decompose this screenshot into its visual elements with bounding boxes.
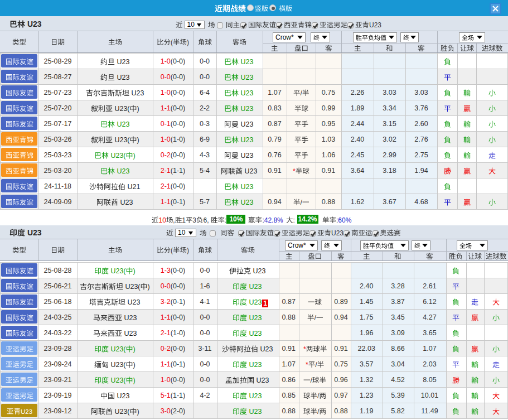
svg-text:U23(: U23( [109, 376, 126, 384]
svg-text:U23: U23 [247, 392, 262, 400]
svg-text:U23: U23 [247, 283, 262, 291]
svg-text:U23: U23 [239, 199, 253, 206]
svg-text:U23: U23 [115, 74, 129, 81]
svg-text:U23: U23 [239, 89, 253, 97]
svg-text:U23: U23 [369, 21, 381, 29]
svg-text:U23: U23 [122, 314, 137, 322]
svg-text:U23: U23 [25, 228, 42, 237]
svg-text:U23: U23 [239, 58, 253, 66]
svg-text:U23(: U23( [109, 361, 126, 369]
svg-text:U23: U23 [258, 345, 273, 353]
svg-text:U23: U23 [247, 298, 262, 306]
svg-text:): ) [133, 267, 136, 275]
svg-text:U23: U23 [247, 408, 262, 416]
svg-text:U23(: U23( [123, 283, 141, 291]
svg-text:/: / [314, 314, 316, 322]
svg-text:U23: U23 [239, 120, 253, 128]
svg-text:U23: U23 [115, 167, 129, 175]
svg-text:U23: U23 [247, 330, 262, 337]
svg-text:U21: U21 [125, 183, 140, 191]
svg-text:U23(: U23( [113, 408, 130, 416]
svg-text:/: / [300, 89, 302, 97]
svg-text:): ) [148, 283, 150, 291]
svg-text:U23: U23 [118, 199, 133, 206]
svg-text:U23: U23 [20, 408, 32, 415]
svg-text:U23: U23 [122, 330, 137, 337]
svg-text:/: / [311, 376, 313, 384]
svg-text:U23: U23 [115, 58, 129, 66]
svg-text:): ) [133, 376, 136, 384]
svg-text:): ) [137, 408, 139, 416]
svg-text:(: ( [171, 247, 173, 254]
svg-text:U23: U23 [243, 167, 257, 175]
svg-text:/: / [300, 199, 302, 206]
svg-text:U23: U23 [239, 74, 253, 81]
svg-text:U23(: U23( [109, 152, 126, 160]
svg-text:U23: U23 [239, 183, 253, 191]
svg-text:U23: U23 [125, 298, 140, 306]
svg-text:/: / [315, 361, 317, 369]
svg-text:/: / [317, 408, 320, 416]
svg-text:): ) [187, 38, 189, 46]
svg-text:U23: U23 [239, 136, 253, 144]
svg-text:U23: U23 [331, 229, 343, 237]
svg-text:U23: U23 [115, 120, 129, 128]
svg-text:): ) [137, 105, 139, 113]
svg-text:U23(: U23( [109, 345, 126, 353]
svg-text:U23(: U23( [113, 136, 130, 144]
svg-text:U23: U23 [129, 89, 144, 97]
svg-text:(: ( [171, 38, 173, 46]
svg-text:*: * [306, 361, 308, 369]
svg-text:/: / [317, 392, 320, 400]
svg-text:U23: U23 [239, 152, 253, 160]
svg-text:U23(: U23( [113, 105, 130, 113]
svg-text:): ) [133, 361, 136, 369]
svg-text:*: * [303, 345, 306, 353]
svg-text:U23: U23 [247, 361, 262, 369]
svg-text:U23: U23 [25, 20, 42, 28]
svg-text:U23: U23 [239, 105, 253, 113]
svg-text:): ) [187, 247, 189, 254]
svg-text:U23: U23 [251, 267, 265, 275]
svg-text:U23: U23 [247, 314, 262, 322]
svg-text:): ) [133, 152, 136, 160]
svg-text:U23: U23 [254, 376, 269, 384]
svg-text:*: * [293, 167, 296, 175]
svg-text:U23: U23 [115, 392, 129, 400]
svg-text:): ) [137, 136, 139, 144]
svg-text:U23(: U23( [109, 267, 126, 275]
svg-text:): ) [133, 345, 136, 353]
